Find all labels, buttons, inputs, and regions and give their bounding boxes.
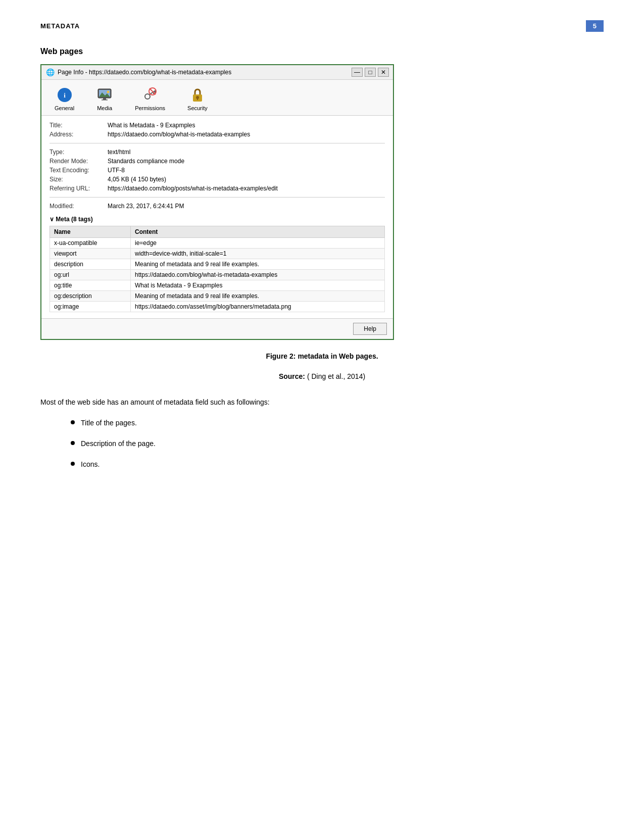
field-label-refurl: Referring URL: [49,185,108,192]
dialog-title: Page Info - https://dataedo.com/blog/wha… [58,69,231,76]
meta-header-content: Content [131,226,385,238]
tab-general[interactable]: i General [49,85,79,115]
dialog-footer: Help [41,318,393,339]
table-row: og:imagehttps://dataedo.com/asset/img/bl… [50,302,385,312]
svg-point-8 [145,94,150,99]
tab-security[interactable]: Security [182,85,213,115]
meta-cell-name: og:image [50,302,131,312]
field-label-address: Address: [49,131,108,138]
bullet-list: Title of the pages.Description of the pa… [40,418,604,470]
meta-cell-name: x-ua-compatible [50,238,131,249]
list-item: Icons. [71,459,604,470]
svg-point-5 [107,91,110,93]
list-item-text: Title of the pages. [81,418,137,428]
help-button[interactable]: Help [353,323,387,335]
tab-permissions[interactable]: Permissions [130,85,170,115]
tab-permissions-label: Permissions [135,105,165,111]
meta-cell-name: viewport [50,249,131,259]
info-row-address: Address: https://dataedo.com/blog/what-i… [49,131,385,138]
figure-caption: Figure 2: metadata in Web pages. [40,352,604,360]
info-row-type: Type: text/html [49,149,385,156]
permissions-tab-icon [142,87,158,103]
field-label-size: Size: [49,176,108,183]
field-value-refurl: https://dataedo.com/blog/posts/what-is-m… [108,185,278,192]
info-fields: Title: What is Metadata - 9 Exapmples Ad… [49,122,385,210]
meta-cell-content: ie=edge [131,238,385,249]
source-line: Source: ( Ding et al., 2014) [40,372,604,380]
meta-cell-content: https://dataedo.com/asset/img/blog/banne… [131,302,385,312]
bullet-dot [71,462,75,466]
meta-table: Name Content x-ua-compatibleie=edgeviewp… [49,226,385,312]
dialog-titlebar-controls: — □ ✕ [352,68,389,77]
list-item: Description of the page. [71,438,604,449]
bullet-dot [71,441,75,445]
dialog-window: 🌐 Page Info - https://dataedo.com/blog/w… [40,64,394,340]
list-item: Title of the pages. [71,418,604,428]
info-row-rendermode: Render Mode: Standards compliance mode [49,158,385,165]
body-text: Most of the web side has an amount of me… [40,397,604,408]
table-row: descriptionMeaning of metadata and 9 rea… [50,259,385,270]
meta-header-name: Name [50,226,131,238]
field-label-modified: Modified: [49,203,108,210]
list-item-text: Description of the page. [81,438,156,449]
dialog-toolbar: i General [41,80,393,116]
field-value-modified: March 23, 2017, 6:24:41 PM [108,203,184,210]
media-tab-icon [96,87,113,103]
info-row-size: Size: 4,05 KB (4 150 bytes) [49,176,385,183]
restore-button[interactable]: □ [365,68,376,77]
meta-cell-name: og:title [50,280,131,291]
source-prefix: Source: [279,372,305,380]
info-icon: i [58,88,72,102]
security-tab-icon [189,87,206,103]
info-divider-1 [49,143,385,143]
table-row: x-ua-compatibleie=edge [50,238,385,249]
meta-cell-content: Meaning of metadata and 9 real life exam… [131,259,385,270]
dialog-titlebar: 🌐 Page Info - https://dataedo.com/blog/w… [41,65,393,80]
field-value-type: text/html [108,149,130,156]
meta-cell-content: width=device-width, initial-scale=1 [131,249,385,259]
field-value-encoding: UTF-8 [108,167,125,174]
meta-cell-content: Meaning of metadata and 9 real life exam… [131,291,385,302]
close-button[interactable]: ✕ [378,68,389,77]
field-label-encoding: Text Encoding: [49,167,108,174]
meta-section: ∨ Meta (8 tags) Name Content x-ua-compat… [49,216,385,312]
meta-cell-name: og:url [50,270,131,280]
meta-cell-content: What is Metadata - 9 Exapmples [131,280,385,291]
svg-text:i: i [64,91,66,99]
info-row-title: Title: What is Metadata - 9 Exapmples [49,122,385,129]
field-label-rendermode: Render Mode: [49,158,108,165]
table-row: og:descriptionMeaning of metadata and 9 … [50,291,385,302]
header-title: METADATA [40,22,80,30]
bullet-dot [71,420,75,424]
dialog-titlebar-left: 🌐 Page Info - https://dataedo.com/blog/w… [45,68,231,77]
table-row: viewportwidth=device-width, initial-scal… [50,249,385,259]
tab-security-label: Security [187,105,208,111]
info-row-encoding: Text Encoding: UTF-8 [49,167,385,174]
source-citation: ( Ding et al., 2014) [305,372,365,380]
field-label-title: Title: [49,122,108,129]
general-tab-icon: i [57,87,73,103]
meta-cell-name: og:description [50,291,131,302]
list-item-text: Icons. [81,459,100,470]
page-number-badge: 5 [586,20,604,32]
section-heading: Web pages [40,47,604,56]
info-row-refurl: Referring URL: https://dataedo.com/blog/… [49,185,385,192]
meta-cell-content: https://dataedo.com/blog/what-is-metadat… [131,270,385,280]
field-value-address: https://dataedo.com/blog/what-is-metadat… [108,131,250,138]
field-value-rendermode: Standards compliance mode [108,158,184,165]
table-row: og:urlhttps://dataedo.com/blog/what-is-m… [50,270,385,280]
meta-toggle[interactable]: ∨ Meta (8 tags) [49,216,385,223]
meta-cell-name: description [50,259,131,270]
svg-rect-7 [102,100,108,101]
tab-media[interactable]: Media [91,85,118,115]
info-divider-2 [49,197,385,198]
tab-media-label: Media [97,105,112,111]
minimize-button[interactable]: — [352,68,363,77]
page-header: METADATA 5 [40,20,604,32]
field-value-size: 4,05 KB (4 150 bytes) [108,176,166,183]
info-row-modified: Modified: March 23, 2017, 6:24:41 PM [49,203,385,210]
field-label-type: Type: [49,149,108,156]
table-row: og:titleWhat is Metadata - 9 Exapmples [50,280,385,291]
field-value-title: What is Metadata - 9 Exapmples [108,122,195,129]
svg-rect-6 [103,98,106,100]
